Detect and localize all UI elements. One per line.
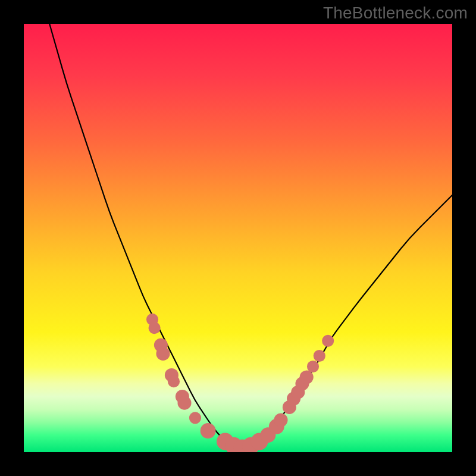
curve-marker — [274, 413, 287, 427]
curve-marker — [314, 350, 325, 362]
curve-marker — [300, 370, 314, 384]
curve-svg — [24, 24, 452, 452]
curve-marker — [149, 322, 161, 334]
curve-marker — [168, 375, 180, 387]
curve-marker — [177, 396, 191, 410]
curve-marker — [307, 361, 319, 372]
curve-marker — [189, 412, 201, 424]
curve-markers — [146, 314, 334, 452]
curve-marker — [201, 423, 216, 439]
plot-area — [24, 24, 452, 452]
bottleneck-curve-line — [49, 24, 452, 448]
watermark-text: TheBottleneck.com — [323, 4, 468, 23]
chart-frame: TheBottleneck.com — [0, 0, 476, 476]
curve-marker — [322, 335, 334, 347]
curve-marker — [156, 347, 170, 361]
